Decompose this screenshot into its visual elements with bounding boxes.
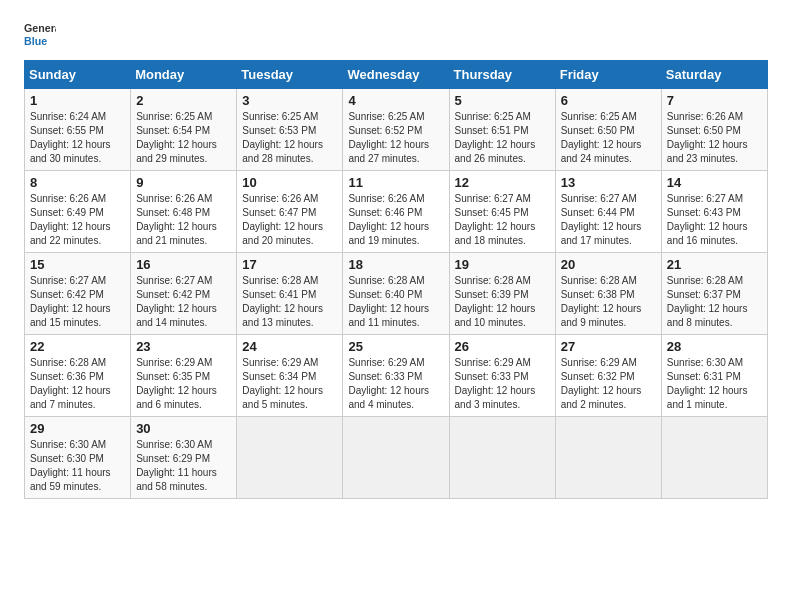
day-number: 23 [136, 339, 231, 354]
calendar-cell: 4Sunrise: 6:25 AM Sunset: 6:52 PM Daylig… [343, 89, 449, 171]
calendar-cell: 29Sunrise: 6:30 AM Sunset: 6:30 PM Dayli… [25, 417, 131, 499]
day-content: Sunrise: 6:25 AM Sunset: 6:51 PM Dayligh… [455, 110, 550, 166]
day-content: Sunrise: 6:26 AM Sunset: 6:47 PM Dayligh… [242, 192, 337, 248]
weekday-header-tuesday: Tuesday [237, 61, 343, 89]
weekday-header-sunday: Sunday [25, 61, 131, 89]
day-content: Sunrise: 6:26 AM Sunset: 6:50 PM Dayligh… [667, 110, 762, 166]
calendar-week-2: 8Sunrise: 6:26 AM Sunset: 6:49 PM Daylig… [25, 171, 768, 253]
calendar-cell: 22Sunrise: 6:28 AM Sunset: 6:36 PM Dayli… [25, 335, 131, 417]
day-number: 15 [30, 257, 125, 272]
day-content: Sunrise: 6:28 AM Sunset: 6:36 PM Dayligh… [30, 356, 125, 412]
day-content: Sunrise: 6:27 AM Sunset: 6:43 PM Dayligh… [667, 192, 762, 248]
calendar-cell [555, 417, 661, 499]
weekday-header-row: SundayMondayTuesdayWednesdayThursdayFrid… [25, 61, 768, 89]
day-number: 7 [667, 93, 762, 108]
day-content: Sunrise: 6:27 AM Sunset: 6:44 PM Dayligh… [561, 192, 656, 248]
calendar-table: SundayMondayTuesdayWednesdayThursdayFrid… [24, 60, 768, 499]
calendar-cell: 24Sunrise: 6:29 AM Sunset: 6:34 PM Dayli… [237, 335, 343, 417]
day-content: Sunrise: 6:28 AM Sunset: 6:40 PM Dayligh… [348, 274, 443, 330]
day-number: 21 [667, 257, 762, 272]
day-number: 16 [136, 257, 231, 272]
weekday-header-friday: Friday [555, 61, 661, 89]
day-number: 12 [455, 175, 550, 190]
calendar-cell: 7Sunrise: 6:26 AM Sunset: 6:50 PM Daylig… [661, 89, 767, 171]
day-number: 19 [455, 257, 550, 272]
day-content: Sunrise: 6:28 AM Sunset: 6:37 PM Dayligh… [667, 274, 762, 330]
calendar-cell [343, 417, 449, 499]
weekday-header-monday: Monday [131, 61, 237, 89]
calendar-week-3: 15Sunrise: 6:27 AM Sunset: 6:42 PM Dayli… [25, 253, 768, 335]
day-content: Sunrise: 6:30 AM Sunset: 6:31 PM Dayligh… [667, 356, 762, 412]
calendar-cell: 16Sunrise: 6:27 AM Sunset: 6:42 PM Dayli… [131, 253, 237, 335]
calendar-cell: 30Sunrise: 6:30 AM Sunset: 6:29 PM Dayli… [131, 417, 237, 499]
calendar-cell: 5Sunrise: 6:25 AM Sunset: 6:51 PM Daylig… [449, 89, 555, 171]
day-content: Sunrise: 6:28 AM Sunset: 6:38 PM Dayligh… [561, 274, 656, 330]
day-number: 13 [561, 175, 656, 190]
day-number: 14 [667, 175, 762, 190]
weekday-header-thursday: Thursday [449, 61, 555, 89]
day-number: 5 [455, 93, 550, 108]
day-content: Sunrise: 6:26 AM Sunset: 6:49 PM Dayligh… [30, 192, 125, 248]
day-content: Sunrise: 6:29 AM Sunset: 6:33 PM Dayligh… [455, 356, 550, 412]
calendar-cell: 25Sunrise: 6:29 AM Sunset: 6:33 PM Dayli… [343, 335, 449, 417]
day-content: Sunrise: 6:25 AM Sunset: 6:54 PM Dayligh… [136, 110, 231, 166]
logo: General Blue [24, 20, 56, 52]
day-number: 6 [561, 93, 656, 108]
day-number: 17 [242, 257, 337, 272]
calendar-cell [661, 417, 767, 499]
calendar-body: 1Sunrise: 6:24 AM Sunset: 6:55 PM Daylig… [25, 89, 768, 499]
day-number: 18 [348, 257, 443, 272]
day-content: Sunrise: 6:29 AM Sunset: 6:32 PM Dayligh… [561, 356, 656, 412]
day-number: 20 [561, 257, 656, 272]
day-content: Sunrise: 6:24 AM Sunset: 6:55 PM Dayligh… [30, 110, 125, 166]
day-number: 9 [136, 175, 231, 190]
page-header: General Blue [24, 20, 768, 52]
day-content: Sunrise: 6:30 AM Sunset: 6:30 PM Dayligh… [30, 438, 125, 494]
calendar-cell: 14Sunrise: 6:27 AM Sunset: 6:43 PM Dayli… [661, 171, 767, 253]
day-number: 26 [455, 339, 550, 354]
weekday-header-saturday: Saturday [661, 61, 767, 89]
day-number: 3 [242, 93, 337, 108]
calendar-cell: 20Sunrise: 6:28 AM Sunset: 6:38 PM Dayli… [555, 253, 661, 335]
day-content: Sunrise: 6:28 AM Sunset: 6:41 PM Dayligh… [242, 274, 337, 330]
svg-text:General: General [24, 22, 56, 34]
weekday-header-wednesday: Wednesday [343, 61, 449, 89]
day-content: Sunrise: 6:29 AM Sunset: 6:33 PM Dayligh… [348, 356, 443, 412]
calendar-cell [449, 417, 555, 499]
day-content: Sunrise: 6:25 AM Sunset: 6:52 PM Dayligh… [348, 110, 443, 166]
day-number: 11 [348, 175, 443, 190]
calendar-week-5: 29Sunrise: 6:30 AM Sunset: 6:30 PM Dayli… [25, 417, 768, 499]
calendar-header: SundayMondayTuesdayWednesdayThursdayFrid… [25, 61, 768, 89]
calendar-cell: 3Sunrise: 6:25 AM Sunset: 6:53 PM Daylig… [237, 89, 343, 171]
calendar-cell: 6Sunrise: 6:25 AM Sunset: 6:50 PM Daylig… [555, 89, 661, 171]
calendar-cell: 1Sunrise: 6:24 AM Sunset: 6:55 PM Daylig… [25, 89, 131, 171]
day-number: 22 [30, 339, 125, 354]
calendar-cell: 9Sunrise: 6:26 AM Sunset: 6:48 PM Daylig… [131, 171, 237, 253]
calendar-cell: 11Sunrise: 6:26 AM Sunset: 6:46 PM Dayli… [343, 171, 449, 253]
day-number: 30 [136, 421, 231, 436]
day-number: 29 [30, 421, 125, 436]
day-content: Sunrise: 6:29 AM Sunset: 6:35 PM Dayligh… [136, 356, 231, 412]
day-number: 8 [30, 175, 125, 190]
calendar-cell: 28Sunrise: 6:30 AM Sunset: 6:31 PM Dayli… [661, 335, 767, 417]
day-number: 10 [242, 175, 337, 190]
calendar-cell: 12Sunrise: 6:27 AM Sunset: 6:45 PM Dayli… [449, 171, 555, 253]
day-content: Sunrise: 6:25 AM Sunset: 6:50 PM Dayligh… [561, 110, 656, 166]
day-content: Sunrise: 6:27 AM Sunset: 6:42 PM Dayligh… [30, 274, 125, 330]
calendar-cell: 19Sunrise: 6:28 AM Sunset: 6:39 PM Dayli… [449, 253, 555, 335]
svg-text:Blue: Blue [24, 35, 47, 47]
calendar-cell: 2Sunrise: 6:25 AM Sunset: 6:54 PM Daylig… [131, 89, 237, 171]
day-content: Sunrise: 6:30 AM Sunset: 6:29 PM Dayligh… [136, 438, 231, 494]
calendar-cell: 26Sunrise: 6:29 AM Sunset: 6:33 PM Dayli… [449, 335, 555, 417]
day-number: 1 [30, 93, 125, 108]
day-number: 28 [667, 339, 762, 354]
day-content: Sunrise: 6:27 AM Sunset: 6:45 PM Dayligh… [455, 192, 550, 248]
calendar-cell: 13Sunrise: 6:27 AM Sunset: 6:44 PM Dayli… [555, 171, 661, 253]
day-number: 2 [136, 93, 231, 108]
calendar-cell: 15Sunrise: 6:27 AM Sunset: 6:42 PM Dayli… [25, 253, 131, 335]
day-content: Sunrise: 6:28 AM Sunset: 6:39 PM Dayligh… [455, 274, 550, 330]
calendar-week-4: 22Sunrise: 6:28 AM Sunset: 6:36 PM Dayli… [25, 335, 768, 417]
day-number: 4 [348, 93, 443, 108]
calendar-cell: 21Sunrise: 6:28 AM Sunset: 6:37 PM Dayli… [661, 253, 767, 335]
day-content: Sunrise: 6:26 AM Sunset: 6:46 PM Dayligh… [348, 192, 443, 248]
